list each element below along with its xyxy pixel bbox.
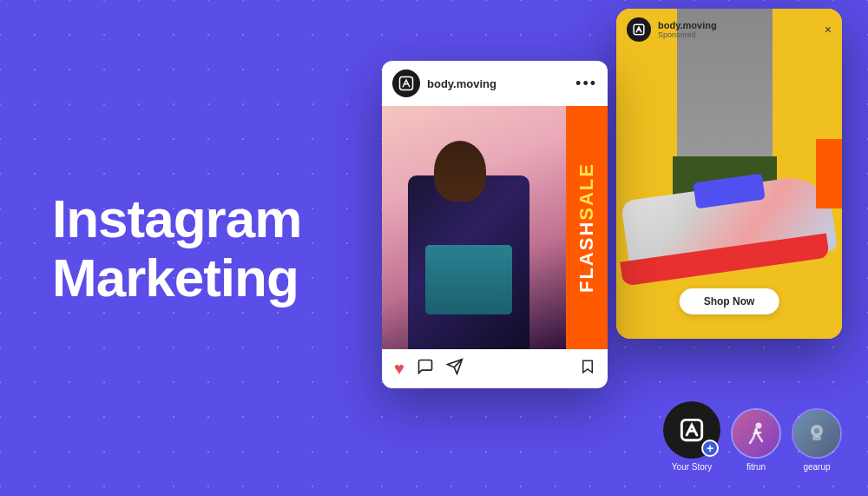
fitrun-story-item[interactable]: fitrun (731, 408, 781, 472)
flash-sale-text: FLASHSALE (577, 162, 596, 293)
ig-post-header-left: body.moving (392, 69, 496, 97)
shoe-container (625, 178, 842, 291)
ig-post-header: body.moving ••• (382, 61, 608, 106)
svg-point-9 (756, 423, 762, 429)
add-story-badge[interactable]: + (701, 440, 719, 457)
title-line2: Marketing (52, 248, 301, 308)
story-avatar (627, 17, 651, 42)
svg-marker-4 (583, 360, 593, 373)
ig-post-actions: ♥ (382, 349, 608, 388)
svg-rect-11 (812, 436, 821, 440)
fitrun-circle[interactable] (731, 408, 781, 459)
sale-text: SALE (575, 162, 597, 221)
your-story-circle-wrap[interactable]: + (663, 401, 720, 459)
comment-icon[interactable] (417, 358, 434, 380)
story-header: body.moving Sponsored × (616, 9, 842, 50)
gearup-circle[interactable] (792, 408, 842, 459)
story-background: body.moving Sponsored × Shop Now (616, 9, 842, 339)
fitrun-label: fitrun (746, 462, 766, 472)
gearup-story-item[interactable]: gearup (792, 408, 842, 472)
story-username: body.moving (658, 20, 717, 30)
story-orange-accent (816, 139, 842, 208)
gearup-visual (793, 410, 840, 457)
ig-post-image: FLASHSALE (382, 106, 608, 349)
person-body (408, 141, 529, 349)
ig-post-menu[interactable]: ••• (575, 75, 597, 93)
heart-icon[interactable]: ♥ (394, 359, 404, 379)
flash-sale-bar: FLASHSALE (566, 106, 608, 349)
shirt (425, 245, 512, 314)
save-icon[interactable] (580, 358, 595, 380)
ig-story-panel: body.moving Sponsored × Shop Now (616, 9, 842, 339)
add-icon: + (707, 441, 713, 455)
ig-actions-left: ♥ (394, 358, 464, 380)
left-section: Instagram Marketing (52, 188, 301, 307)
story-close-icon[interactable]: × (825, 23, 832, 36)
share-icon[interactable] (446, 358, 464, 380)
title-line1: Instagram (52, 188, 301, 248)
ig-post-avatar (392, 69, 420, 97)
story-account-info: body.moving Sponsored (658, 20, 717, 39)
ig-post: body.moving ••• FLASHSALE ♥ (382, 61, 608, 388)
fitrun-visual (733, 410, 779, 457)
your-story-circle[interactable]: + (663, 401, 720, 459)
head (434, 141, 486, 202)
ig-post-username: body.moving (427, 77, 496, 90)
flash-text: FLASH (575, 221, 597, 293)
stories-row: + Your Story fitrun (663, 401, 842, 472)
story-header-left: body.moving Sponsored (627, 17, 717, 42)
svg-point-12 (814, 428, 819, 433)
shop-now-button[interactable]: Shop Now (680, 288, 779, 314)
gearup-label: gearup (803, 462, 830, 472)
main-title: Instagram Marketing (52, 188, 301, 307)
story-sponsored: Sponsored (658, 30, 717, 39)
your-story-item[interactable]: + Your Story (663, 401, 720, 472)
your-story-label: Your Story (672, 462, 712, 472)
